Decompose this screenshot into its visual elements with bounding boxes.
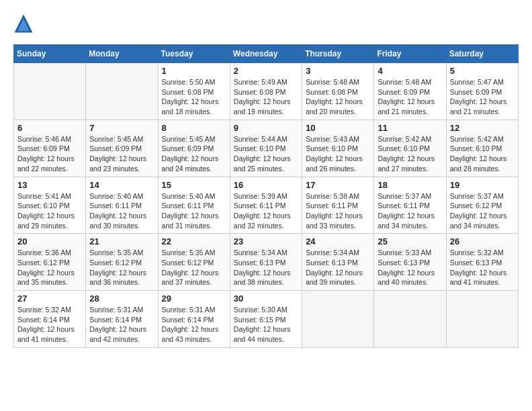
day-info: Sunrise: 5:30 AM Sunset: 6:15 PM Dayligh… bbox=[234, 305, 298, 345]
day-number: 19 bbox=[450, 180, 515, 190]
header-row: SundayMondayTuesdayWednesdayThursdayFrid… bbox=[14, 45, 519, 63]
day-info: Sunrise: 5:50 AM Sunset: 6:08 PM Dayligh… bbox=[162, 77, 226, 117]
calendar-week-row: 1Sunrise: 5:50 AM Sunset: 6:08 PM Daylig… bbox=[14, 63, 519, 120]
calendar-cell: 24Sunrise: 5:34 AM Sunset: 6:13 PM Dayli… bbox=[302, 234, 374, 291]
day-number: 8 bbox=[162, 123, 226, 133]
day-number: 26 bbox=[450, 236, 515, 246]
day-number: 17 bbox=[306, 180, 370, 190]
day-info: Sunrise: 5:36 AM Sunset: 6:12 PM Dayligh… bbox=[17, 248, 82, 287]
calendar-week-row: 20Sunrise: 5:36 AM Sunset: 6:12 PM Dayli… bbox=[14, 234, 519, 291]
calendar-cell: 12Sunrise: 5:42 AM Sunset: 6:10 PM Dayli… bbox=[446, 120, 518, 177]
day-number: 25 bbox=[378, 236, 442, 246]
day-info: Sunrise: 5:31 AM Sunset: 6:14 PM Dayligh… bbox=[89, 305, 154, 345]
logo-icon bbox=[13, 13, 34, 34]
day-info: Sunrise: 5:37 AM Sunset: 6:12 PM Dayligh… bbox=[450, 191, 515, 231]
day-number: 28 bbox=[89, 293, 154, 304]
calendar-cell: 27Sunrise: 5:32 AM Sunset: 6:14 PM Dayli… bbox=[14, 291, 86, 348]
day-number: 12 bbox=[450, 123, 515, 133]
day-info: Sunrise: 5:40 AM Sunset: 6:11 PM Dayligh… bbox=[162, 191, 226, 231]
calendar-table: SundayMondayTuesdayWednesdayThursdayFrid… bbox=[13, 44, 519, 348]
calendar-cell: 10Sunrise: 5:43 AM Sunset: 6:10 PM Dayli… bbox=[302, 120, 374, 177]
weekday-header: Tuesday bbox=[158, 45, 230, 63]
day-info: Sunrise: 5:35 AM Sunset: 6:12 PM Dayligh… bbox=[89, 248, 154, 287]
day-info: Sunrise: 5:48 AM Sunset: 6:08 PM Dayligh… bbox=[306, 77, 370, 117]
day-number: 6 bbox=[17, 123, 82, 133]
calendar-cell: 15Sunrise: 5:40 AM Sunset: 6:11 PM Dayli… bbox=[158, 177, 230, 234]
page-header bbox=[13, 13, 519, 34]
day-number: 5 bbox=[450, 66, 515, 76]
day-number: 22 bbox=[162, 236, 226, 246]
calendar-cell: 28Sunrise: 5:31 AM Sunset: 6:14 PM Dayli… bbox=[86, 291, 158, 348]
calendar-cell: 1Sunrise: 5:50 AM Sunset: 6:08 PM Daylig… bbox=[158, 63, 230, 120]
day-number: 16 bbox=[234, 180, 298, 190]
calendar-cell: 16Sunrise: 5:39 AM Sunset: 6:11 PM Dayli… bbox=[230, 177, 302, 234]
day-number: 3 bbox=[306, 66, 370, 76]
day-info: Sunrise: 5:43 AM Sunset: 6:10 PM Dayligh… bbox=[306, 134, 370, 174]
calendar-cell: 9Sunrise: 5:44 AM Sunset: 6:10 PM Daylig… bbox=[230, 120, 302, 177]
calendar-cell: 8Sunrise: 5:45 AM Sunset: 6:09 PM Daylig… bbox=[158, 120, 230, 177]
weekday-header: Sunday bbox=[14, 45, 86, 63]
logo bbox=[13, 13, 36, 34]
day-number: 30 bbox=[234, 293, 298, 304]
calendar-cell bbox=[86, 63, 158, 120]
day-info: Sunrise: 5:45 AM Sunset: 6:09 PM Dayligh… bbox=[89, 134, 154, 174]
calendar-cell: 4Sunrise: 5:48 AM Sunset: 6:09 PM Daylig… bbox=[374, 63, 446, 120]
day-number: 11 bbox=[378, 123, 442, 133]
day-number: 10 bbox=[306, 123, 370, 133]
calendar-week-row: 27Sunrise: 5:32 AM Sunset: 6:14 PM Dayli… bbox=[14, 291, 519, 348]
calendar-cell: 25Sunrise: 5:33 AM Sunset: 6:13 PM Dayli… bbox=[374, 234, 446, 291]
day-info: Sunrise: 5:47 AM Sunset: 6:09 PM Dayligh… bbox=[450, 77, 515, 117]
weekday-header: Friday bbox=[374, 45, 446, 63]
day-number: 13 bbox=[17, 180, 82, 190]
calendar-cell: 11Sunrise: 5:42 AM Sunset: 6:10 PM Dayli… bbox=[374, 120, 446, 177]
calendar-cell bbox=[374, 291, 446, 348]
calendar-cell bbox=[302, 291, 374, 348]
calendar-cell: 2Sunrise: 5:49 AM Sunset: 6:08 PM Daylig… bbox=[230, 63, 302, 120]
calendar-cell: 29Sunrise: 5:31 AM Sunset: 6:14 PM Dayli… bbox=[158, 291, 230, 348]
day-number: 1 bbox=[162, 66, 226, 76]
day-info: Sunrise: 5:45 AM Sunset: 6:09 PM Dayligh… bbox=[162, 134, 226, 174]
weekday-header: Thursday bbox=[302, 45, 374, 63]
day-number: 21 bbox=[89, 236, 154, 246]
calendar-cell: 30Sunrise: 5:30 AM Sunset: 6:15 PM Dayli… bbox=[230, 291, 302, 348]
day-info: Sunrise: 5:42 AM Sunset: 6:10 PM Dayligh… bbox=[450, 134, 515, 174]
day-number: 24 bbox=[306, 236, 370, 246]
day-number: 2 bbox=[234, 66, 298, 76]
day-info: Sunrise: 5:31 AM Sunset: 6:14 PM Dayligh… bbox=[162, 305, 226, 345]
calendar-cell bbox=[446, 291, 518, 348]
calendar-cell: 13Sunrise: 5:41 AM Sunset: 6:10 PM Dayli… bbox=[14, 177, 86, 234]
calendar-cell: 17Sunrise: 5:38 AM Sunset: 6:11 PM Dayli… bbox=[302, 177, 374, 234]
day-number: 27 bbox=[17, 293, 82, 304]
day-info: Sunrise: 5:48 AM Sunset: 6:09 PM Dayligh… bbox=[378, 77, 442, 117]
calendar-body: 1Sunrise: 5:50 AM Sunset: 6:08 PM Daylig… bbox=[14, 63, 519, 348]
day-number: 15 bbox=[162, 180, 226, 190]
day-info: Sunrise: 5:46 AM Sunset: 6:09 PM Dayligh… bbox=[17, 134, 82, 174]
calendar-cell: 19Sunrise: 5:37 AM Sunset: 6:12 PM Dayli… bbox=[446, 177, 518, 234]
day-number: 18 bbox=[378, 180, 442, 190]
day-number: 14 bbox=[89, 180, 154, 190]
calendar-cell: 7Sunrise: 5:45 AM Sunset: 6:09 PM Daylig… bbox=[86, 120, 158, 177]
weekday-header: Monday bbox=[86, 45, 158, 63]
day-info: Sunrise: 5:40 AM Sunset: 6:11 PM Dayligh… bbox=[89, 191, 154, 231]
day-number: 29 bbox=[162, 293, 226, 304]
day-number: 20 bbox=[17, 236, 82, 246]
calendar-cell: 3Sunrise: 5:48 AM Sunset: 6:08 PM Daylig… bbox=[302, 63, 374, 120]
day-info: Sunrise: 5:44 AM Sunset: 6:10 PM Dayligh… bbox=[234, 134, 298, 174]
day-info: Sunrise: 5:39 AM Sunset: 6:11 PM Dayligh… bbox=[234, 191, 298, 231]
calendar-cell: 21Sunrise: 5:35 AM Sunset: 6:12 PM Dayli… bbox=[86, 234, 158, 291]
calendar-cell: 20Sunrise: 5:36 AM Sunset: 6:12 PM Dayli… bbox=[14, 234, 86, 291]
day-info: Sunrise: 5:34 AM Sunset: 6:13 PM Dayligh… bbox=[306, 248, 370, 287]
day-info: Sunrise: 5:49 AM Sunset: 6:08 PM Dayligh… bbox=[234, 77, 298, 117]
day-info: Sunrise: 5:41 AM Sunset: 6:10 PM Dayligh… bbox=[17, 191, 82, 231]
calendar-week-row: 13Sunrise: 5:41 AM Sunset: 6:10 PM Dayli… bbox=[14, 177, 519, 234]
calendar-cell: 6Sunrise: 5:46 AM Sunset: 6:09 PM Daylig… bbox=[14, 120, 86, 177]
calendar-cell: 5Sunrise: 5:47 AM Sunset: 6:09 PM Daylig… bbox=[446, 63, 518, 120]
day-info: Sunrise: 5:42 AM Sunset: 6:10 PM Dayligh… bbox=[378, 134, 442, 174]
day-number: 7 bbox=[89, 123, 154, 133]
weekday-header: Wednesday bbox=[230, 45, 302, 63]
calendar-cell: 26Sunrise: 5:32 AM Sunset: 6:13 PM Dayli… bbox=[446, 234, 518, 291]
day-number: 23 bbox=[234, 236, 298, 246]
calendar-cell: 14Sunrise: 5:40 AM Sunset: 6:11 PM Dayli… bbox=[86, 177, 158, 234]
calendar-cell: 18Sunrise: 5:37 AM Sunset: 6:11 PM Dayli… bbox=[374, 177, 446, 234]
day-info: Sunrise: 5:32 AM Sunset: 6:13 PM Dayligh… bbox=[450, 248, 515, 287]
